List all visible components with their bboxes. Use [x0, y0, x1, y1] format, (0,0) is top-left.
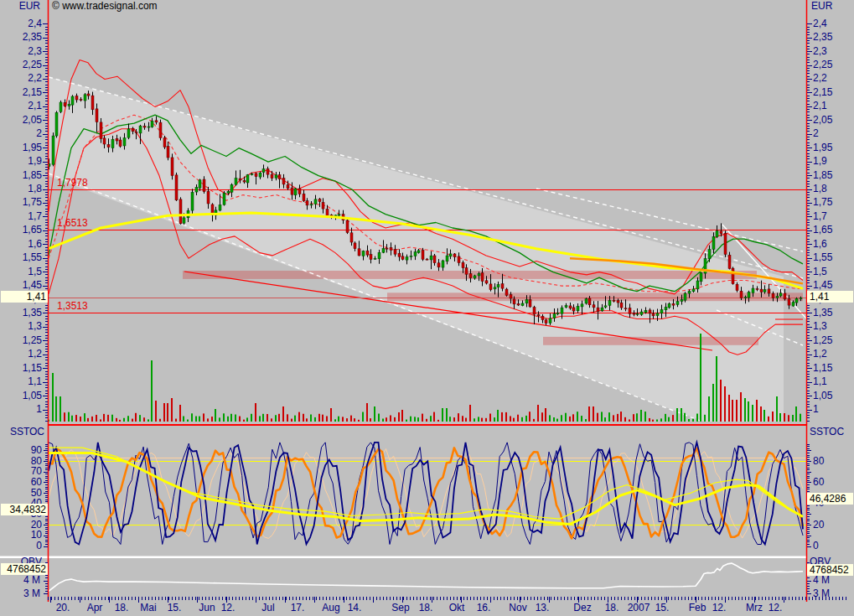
- candle-body: [541, 316, 544, 319]
- candle-body: [676, 302, 679, 305]
- volume-bar: [684, 413, 686, 422]
- volume-bar: [306, 418, 308, 422]
- volume-bar: [779, 413, 781, 422]
- volume-bar: [681, 408, 682, 422]
- volume-bar: [330, 408, 332, 422]
- chart-canvas[interactable]: [0, 0, 854, 616]
- candle-body: [708, 250, 711, 259]
- candle-body: [68, 104, 70, 106]
- volume-bar: [608, 412, 610, 422]
- volume-bar: [792, 415, 794, 422]
- candle-body: [346, 220, 349, 233]
- candle-body: [148, 127, 150, 127]
- candle-body: [75, 96, 78, 100]
- candle-body: [724, 233, 727, 254]
- candle-body: [624, 308, 627, 309]
- volume-bar: [401, 410, 403, 422]
- candle-body: [143, 126, 146, 127]
- candle-body: [565, 306, 567, 308]
- volume-bar: [521, 417, 523, 422]
- volume-bar: [354, 418, 355, 422]
- volume-bar: [255, 403, 256, 422]
- volume-bar: [442, 408, 443, 422]
- candle-body: [779, 293, 782, 296]
- volume-bar: [660, 418, 662, 422]
- volume-bar: [748, 401, 749, 422]
- volume-bar: [760, 406, 762, 422]
- volume-bar: [474, 418, 475, 422]
- volume-bar: [303, 414, 304, 422]
- obv-pane[interactable]: [49, 563, 803, 591]
- volume-bar: [716, 356, 717, 422]
- candle-body: [788, 299, 790, 305]
- candle-body: [350, 233, 353, 242]
- candle-body: [430, 256, 432, 260]
- volume-bar: [633, 414, 634, 422]
- candle-body: [497, 285, 499, 287]
- candle-body: [132, 128, 134, 132]
- volume-bar: [318, 414, 320, 422]
- volume-bar: [68, 412, 70, 422]
- volume-bar: [704, 415, 706, 422]
- volume-bar: [620, 412, 622, 422]
- volume-bar: [624, 417, 626, 422]
- candle-body: [358, 249, 360, 256]
- candle-body: [513, 299, 515, 304]
- volume-bar: [588, 406, 590, 422]
- volume-bar: [700, 334, 701, 422]
- candle-body: [191, 193, 194, 211]
- candle-body: [322, 202, 324, 209]
- obv-line: [49, 563, 803, 591]
- volume-bar: [278, 414, 280, 422]
- volume-bar: [179, 405, 181, 422]
- candle-body: [91, 96, 94, 110]
- volume-bar: [267, 414, 268, 422]
- candle-body: [382, 249, 385, 253]
- candle-body: [119, 140, 122, 147]
- volume-bar: [155, 401, 157, 422]
- volume-bar: [350, 416, 352, 422]
- candle-body: [613, 300, 615, 301]
- candle-body: [207, 191, 210, 204]
- volume-bar: [617, 414, 619, 422]
- candle-body: [179, 199, 182, 224]
- volume-bar: [75, 415, 77, 422]
- price-pane[interactable]: [48, 60, 806, 422]
- candle-body: [569, 306, 572, 308]
- sstoc-pane[interactable]: [39, 443, 806, 545]
- candle-body: [60, 102, 62, 111]
- candle-body: [401, 256, 404, 260]
- volume-bar: [525, 416, 527, 422]
- volume-bar: [175, 419, 177, 422]
- candle-body: [159, 122, 162, 137]
- candle-body: [100, 122, 102, 139]
- volume-bar: [676, 408, 678, 422]
- candle-body: [668, 303, 670, 307]
- candle-body: [227, 191, 230, 193]
- candle-body: [585, 299, 587, 303]
- volume-bar: [613, 415, 614, 422]
- candle-body: [378, 252, 380, 258]
- volume-bar: [91, 417, 93, 422]
- volume-bar: [223, 413, 225, 422]
- candle-body: [298, 189, 301, 194]
- volume-bar: [262, 414, 264, 422]
- candle-body: [752, 288, 754, 292]
- candle-body: [776, 297, 779, 298]
- volume-bar: [736, 400, 738, 422]
- candle-body: [478, 273, 480, 275]
- volume-bar: [756, 400, 758, 422]
- candle-body: [640, 312, 643, 314]
- volume-bar: [593, 406, 594, 422]
- candle-body: [116, 138, 118, 141]
- candle-body: [167, 147, 169, 158]
- volume-bar: [227, 417, 229, 422]
- candle-body: [239, 179, 241, 180]
- candle-body: [660, 310, 663, 313]
- candle-body: [230, 184, 233, 192]
- volume-bar: [55, 396, 57, 422]
- volume-bar: [752, 405, 753, 422]
- volume-bar: [478, 417, 479, 422]
- volume-bar: [458, 413, 459, 422]
- candle-body: [437, 263, 440, 267]
